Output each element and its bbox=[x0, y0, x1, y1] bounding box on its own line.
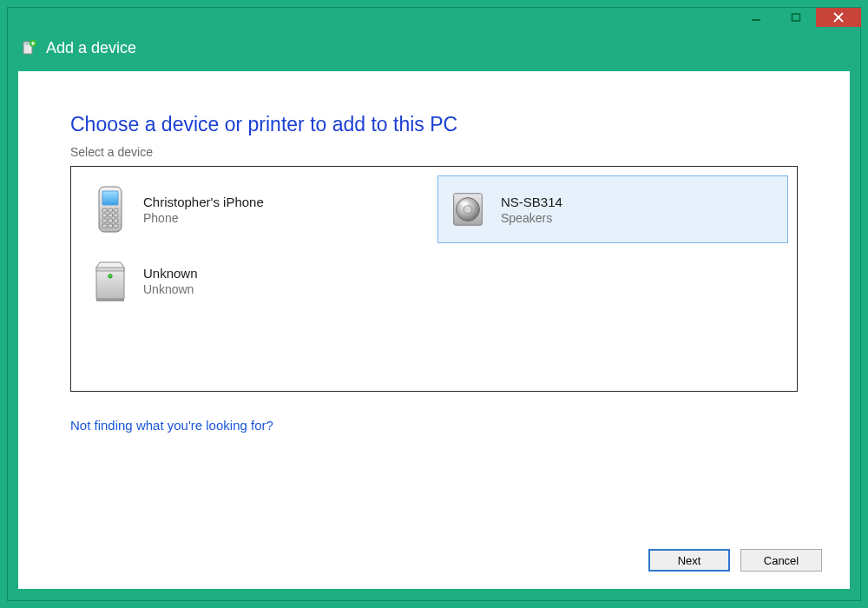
svg-rect-15 bbox=[108, 214, 113, 217]
svg-rect-22 bbox=[114, 224, 118, 228]
maximize-button[interactable] bbox=[776, 8, 816, 27]
device-labels: Unknown Unknown bbox=[143, 266, 198, 296]
device-name: Christopher's iPhone bbox=[143, 195, 264, 209]
device-type: Unknown bbox=[143, 282, 198, 296]
add-device-icon bbox=[20, 40, 37, 57]
help-link[interactable]: Not finding what you're looking for? bbox=[70, 418, 273, 433]
next-button[interactable]: Next bbox=[648, 549, 730, 572]
svg-rect-20 bbox=[102, 224, 107, 228]
svg-rect-12 bbox=[108, 208, 113, 212]
speaker-icon bbox=[447, 185, 489, 234]
close-button[interactable] bbox=[816, 8, 861, 27]
svg-rect-13 bbox=[114, 208, 118, 212]
device-labels: Christopher's iPhone Phone bbox=[143, 195, 264, 225]
svg-rect-10 bbox=[102, 191, 118, 205]
svg-rect-19 bbox=[114, 219, 118, 222]
svg-rect-1 bbox=[792, 14, 800, 21]
page-heading: Choose a device or printer to add to thi… bbox=[70, 113, 798, 136]
phone-icon bbox=[89, 185, 131, 234]
device-labels: NS-SB314 Speakers bbox=[501, 195, 562, 225]
device-list: Christopher's iPhone Phone bbox=[70, 166, 798, 392]
device-item-phone[interactable]: Christopher's iPhone Phone bbox=[80, 175, 431, 243]
device-item-speakers[interactable]: NS-SB314 Speakers bbox=[437, 175, 788, 243]
svg-rect-14 bbox=[102, 214, 107, 217]
dialog-header: Add a device bbox=[8, 34, 860, 71]
svg-rect-17 bbox=[102, 219, 107, 222]
dialog-window: Add a device Choose a device or printer … bbox=[7, 7, 861, 601]
dialog-content: Choose a device or printer to add to thi… bbox=[18, 71, 850, 589]
svg-rect-21 bbox=[108, 224, 113, 228]
titlebar bbox=[8, 8, 860, 34]
svg-point-26 bbox=[460, 201, 469, 206]
dialog-footer: Next Cancel bbox=[648, 549, 822, 572]
device-type: Speakers bbox=[501, 211, 562, 225]
minimize-button[interactable] bbox=[736, 8, 776, 27]
device-name: NS-SB314 bbox=[501, 195, 562, 209]
unknown-device-icon bbox=[89, 256, 131, 305]
page-subheading: Select a device bbox=[70, 145, 798, 159]
device-name: Unknown bbox=[143, 266, 198, 281]
svg-rect-16 bbox=[114, 214, 118, 217]
svg-rect-27 bbox=[96, 268, 124, 271]
svg-rect-18 bbox=[108, 219, 113, 222]
device-type: Phone bbox=[143, 211, 264, 225]
svg-point-28 bbox=[108, 274, 112, 278]
svg-point-25 bbox=[464, 205, 472, 214]
device-item-unknown[interactable]: Unknown Unknown bbox=[80, 247, 431, 314]
dialog-title: Add a device bbox=[46, 39, 136, 57]
cancel-button[interactable]: Cancel bbox=[740, 549, 822, 572]
svg-rect-29 bbox=[96, 299, 124, 301]
svg-rect-11 bbox=[102, 208, 107, 212]
